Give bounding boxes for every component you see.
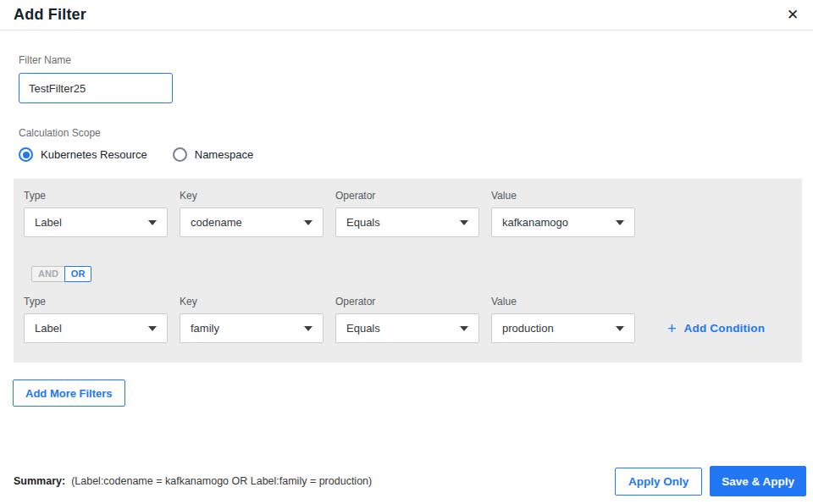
condition1-operator-field: Operator Equals — [335, 190, 479, 237]
condition2-type-field: Type Label — [24, 296, 168, 343]
dropdown-value: codename — [191, 216, 242, 229]
save-and-apply-button[interactable]: Save & Apply — [710, 466, 806, 496]
type-dropdown[interactable]: Label — [24, 313, 168, 343]
chevron-down-icon — [616, 326, 624, 331]
condition1-value-field: Value kafkanamogo — [491, 190, 635, 237]
chevron-down-icon — [148, 326, 157, 331]
conditions-panel: Type Label Key codename Operator — [14, 179, 802, 363]
dialog-body: Filter Name Calculation Scope Kubernetes… — [0, 54, 813, 407]
dropdown-value: Equals — [346, 322, 380, 335]
condition1-key-field: Key codename — [180, 190, 324, 237]
radio-unselected-icon — [173, 147, 187, 162]
dropdown-value: Label — [35, 322, 62, 335]
dropdown-value: kafkanamogo — [502, 216, 568, 229]
operator-label: Operator — [335, 190, 479, 202]
add-condition-button[interactable]: + Add Condition — [667, 313, 765, 343]
type-label: Type — [24, 190, 168, 202]
page-title: Add Filter — [14, 6, 86, 24]
dropdown-value: production — [502, 322, 554, 335]
chevron-down-icon — [616, 220, 624, 225]
chevron-down-icon — [304, 326, 312, 331]
radio-namespace[interactable]: Namespace — [173, 147, 253, 162]
condition2-value-field: Value production — [491, 296, 635, 343]
key-label: Key — [180, 296, 324, 307]
condition-row-1: Type Label Key codename Operator — [24, 190, 792, 237]
add-filter-dialog: Add Filter ✕ Filter Name Calculation Sco… — [0, 0, 813, 504]
summary-label: Summary: — [14, 475, 65, 487]
or-toggle-button[interactable]: OR — [64, 266, 92, 282]
chevron-down-icon — [460, 326, 468, 331]
value-label: Value — [491, 296, 635, 307]
key-label: Key — [180, 190, 324, 202]
filter-summary: Summary:(Label:codename = kafkanamogo OR… — [14, 475, 372, 487]
type-dropdown[interactable]: Label — [24, 208, 168, 237]
apply-only-button[interactable]: Apply Only — [615, 468, 702, 496]
chevron-down-icon — [304, 220, 312, 225]
value-dropdown[interactable]: kafkanamogo — [491, 208, 635, 237]
radio-label: Kubernetes Resource — [41, 148, 147, 161]
dialog-header: Add Filter ✕ — [0, 0, 813, 30]
calculation-scope-label: Calculation Scope — [19, 127, 813, 139]
value-label: Value — [491, 190, 635, 202]
condition2-operator-field: Operator Equals — [335, 296, 479, 343]
radio-label: Namespace — [195, 148, 253, 161]
operator-dropdown[interactable]: Equals — [335, 313, 479, 343]
operator-label: Operator — [335, 296, 479, 307]
add-condition-label: Add Condition — [684, 322, 766, 335]
key-dropdown[interactable]: family — [180, 313, 324, 343]
operator-dropdown[interactable]: Equals — [335, 208, 479, 237]
dropdown-value: Equals — [346, 216, 380, 229]
type-label: Type — [24, 296, 168, 307]
chevron-down-icon — [148, 220, 157, 225]
condition-row-2: Type Label Key family Operator — [24, 296, 792, 343]
chevron-down-icon — [460, 220, 468, 225]
condition1-type-field: Type Label — [24, 190, 168, 237]
close-icon[interactable]: ✕ — [783, 5, 803, 25]
condition2-key-field: Key family — [180, 296, 324, 343]
plus-icon: + — [667, 321, 677, 336]
logic-toggle: AND OR — [31, 266, 91, 282]
add-more-filters-button[interactable]: Add More Filters — [13, 379, 125, 407]
summary-text: (Label:codename = kafkanamogo OR Label:f… — [71, 475, 372, 487]
key-dropdown[interactable]: codename — [180, 208, 324, 237]
dropdown-value: family — [191, 322, 219, 335]
dropdown-value: Label — [35, 216, 62, 229]
and-toggle-button[interactable]: AND — [31, 266, 65, 282]
radio-selected-icon — [19, 147, 33, 162]
filter-name-input[interactable] — [19, 73, 173, 103]
radio-kubernetes-resource[interactable]: Kubernetes Resource — [19, 147, 147, 162]
value-dropdown[interactable]: production — [491, 313, 635, 343]
filter-name-label: Filter Name — [19, 54, 813, 66]
dialog-footer: Summary:(Label:codename = kafkanamogo OR… — [0, 463, 813, 504]
calculation-scope-options: Kubernetes Resource Namespace — [19, 147, 813, 162]
footer-buttons: Apply Only Save & Apply — [615, 466, 806, 496]
